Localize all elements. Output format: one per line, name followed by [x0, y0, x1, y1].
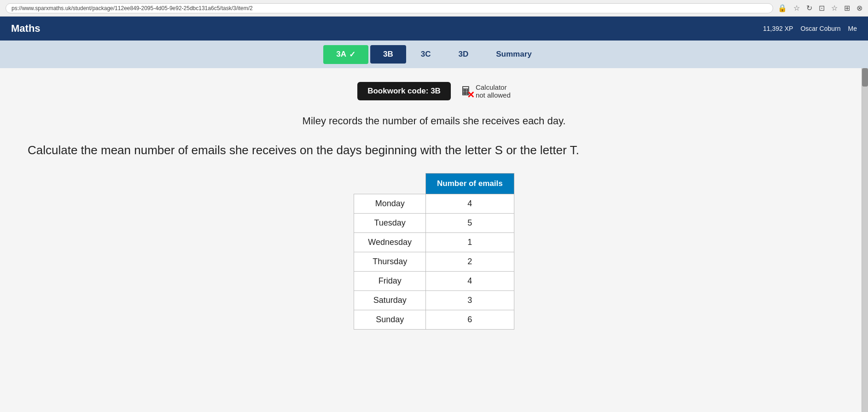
- checkmark-icon: ✓: [349, 50, 355, 59]
- cross-icon: ✕: [467, 89, 475, 100]
- tab-3d[interactable]: 3D: [445, 45, 481, 64]
- table-container: Number of emails Monday4Tuesday5Wednesda…: [28, 173, 840, 330]
- day-cell: Monday: [354, 194, 426, 214]
- question-line2: Calculate the mean number of emails she …: [28, 141, 840, 159]
- me-label: Me: [848, 25, 857, 32]
- question-line1: Miley records the number of emails she r…: [28, 113, 840, 128]
- lock-icon: 🔒: [778, 4, 787, 12]
- table-row: Thursday2: [354, 252, 514, 272]
- tab-icon[interactable]: ⊡: [819, 4, 825, 12]
- tab-3b[interactable]: 3B: [370, 45, 406, 64]
- day-cell: Friday: [354, 272, 426, 291]
- main-content: Bookwork code: 3B 🖩✕ Calculator not allo…: [0, 68, 868, 412]
- emails-cell: 2: [426, 252, 514, 272]
- tab-3b-label: 3B: [383, 50, 393, 59]
- table-row: Wednesday1: [354, 233, 514, 252]
- tab-3c-label: 3C: [421, 50, 431, 59]
- emails-table: Number of emails Monday4Tuesday5Wednesda…: [354, 173, 514, 330]
- day-cell: Sunday: [354, 310, 426, 330]
- tab-3d-label: 3D: [458, 50, 468, 59]
- empty-header: [354, 174, 426, 194]
- day-cell: Tuesday: [354, 214, 426, 233]
- bookwork-badge: Bookwork code: 3B: [357, 82, 451, 100]
- emails-cell: 6: [426, 310, 514, 330]
- calculator-line1: Calculator: [476, 83, 511, 91]
- scrollbar-thumb[interactable]: [862, 68, 868, 87]
- emails-cell: 4: [426, 272, 514, 291]
- scrollbar[interactable]: [862, 68, 868, 412]
- browser-bar: ps://www.sparxmaths.uk/student/package/1…: [0, 0, 868, 17]
- day-cell: Saturday: [354, 291, 426, 310]
- username-label: Oscar Coburn: [800, 25, 840, 32]
- emails-header: Number of emails: [426, 174, 514, 194]
- grid-icon[interactable]: ⊞: [844, 4, 850, 12]
- tab-3a-label: 3A: [336, 50, 346, 59]
- calculator-note: 🖩✕ Calculator not allowed: [460, 83, 511, 99]
- reload-icon[interactable]: ↻: [806, 4, 812, 12]
- calculator-line2: not allowed: [476, 91, 511, 99]
- emails-cell: 1: [426, 233, 514, 252]
- browser-icons: 🔒 ☆ ↻ ⊡ ☆ ⊞ ⊗: [778, 4, 862, 12]
- day-cell: Thursday: [354, 252, 426, 272]
- tab-bar: 3A ✓ 3B 3C 3D Summary: [0, 41, 868, 68]
- menu-icon[interactable]: ⊗: [856, 4, 862, 12]
- bookwork-row: Bookwork code: 3B 🖩✕ Calculator not allo…: [28, 82, 840, 100]
- tab-3c[interactable]: 3C: [408, 45, 444, 64]
- emails-cell: 3: [426, 291, 514, 310]
- star-icon[interactable]: ☆: [793, 4, 800, 12]
- table-row: Friday4: [354, 272, 514, 291]
- tab-summary-label: Summary: [496, 50, 531, 59]
- calculator-text: Calculator not allowed: [476, 83, 511, 99]
- day-cell: Wednesday: [354, 233, 426, 252]
- user-info: 11,392 XP Oscar Coburn Me: [763, 25, 857, 32]
- brand-label: Maths: [11, 23, 41, 35]
- emails-cell: 4: [426, 194, 514, 214]
- emails-cell: 5: [426, 214, 514, 233]
- top-nav: Maths 11,392 XP Oscar Coburn Me: [0, 17, 868, 41]
- xp-label: 11,392 XP: [763, 25, 793, 32]
- table-row: Saturday3: [354, 291, 514, 310]
- table-row: Tuesday5: [354, 214, 514, 233]
- table-row: Sunday6: [354, 310, 514, 330]
- fav-icon[interactable]: ☆: [831, 4, 838, 12]
- calculator-icon: 🖩✕: [460, 84, 472, 99]
- url-bar[interactable]: ps://www.sparxmaths.uk/student/package/1…: [6, 3, 773, 13]
- tab-summary[interactable]: Summary: [483, 45, 544, 64]
- tab-3a[interactable]: 3A ✓: [323, 45, 368, 64]
- table-row: Monday4: [354, 194, 514, 214]
